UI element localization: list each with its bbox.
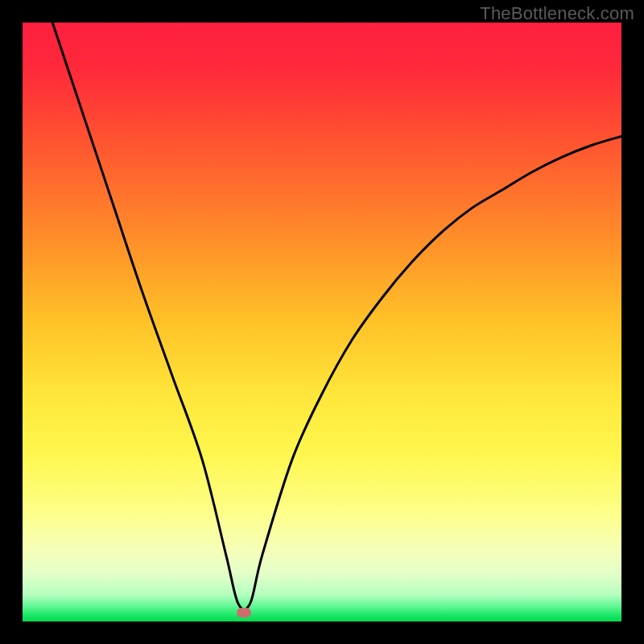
chart-frame — [23, 23, 621, 621]
gradient-background — [23, 23, 621, 621]
watermark-text: TheBottleneck.com — [480, 3, 634, 24]
optimal-point-marker — [237, 608, 251, 617]
